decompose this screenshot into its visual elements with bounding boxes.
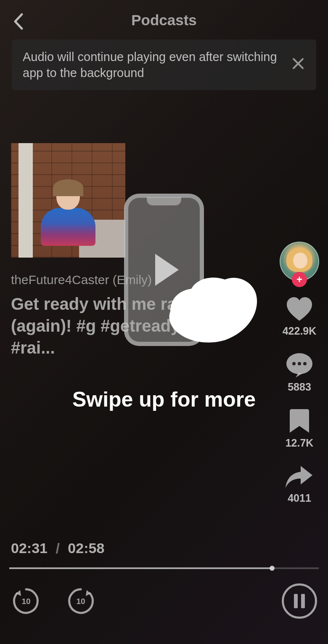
progress-bar[interactable] — [9, 567, 319, 569]
thumbnail-wall-strip — [19, 143, 33, 258]
header-bar: Podcasts — [0, 8, 328, 33]
follow-button[interactable]: + — [292, 272, 307, 287]
forward-10-button[interactable]: 10 — [66, 586, 96, 616]
video-thumbnail[interactable] — [11, 143, 125, 258]
toast-message: Audio will continue playing even after s… — [23, 49, 283, 81]
like-count: 422.9K — [283, 325, 317, 337]
pause-icon — [294, 594, 298, 608]
back-button[interactable] — [13, 13, 24, 32]
forward-seconds-label: 10 — [76, 597, 85, 606]
close-icon — [292, 57, 304, 70]
swipe-guide-overlay — [124, 194, 204, 346]
share-button[interactable]: 4011 — [285, 464, 314, 504]
time-separator: / — [56, 540, 59, 556]
page-title: Podcasts — [0, 12, 328, 29]
svg-point-2 — [298, 362, 301, 365]
svg-point-3 — [303, 362, 307, 365]
thumbnail-person — [37, 182, 100, 258]
rewind-10-button[interactable]: 10 — [11, 586, 41, 616]
share-icon — [285, 464, 314, 490]
creator-avatar-wrap[interactable]: + — [280, 242, 319, 281]
swipe-instruction: Swipe up for more — [0, 387, 328, 412]
progress-knob[interactable] — [270, 566, 275, 571]
bookmark-button[interactable]: 12.7K — [286, 408, 314, 449]
toast-close-button[interactable] — [292, 57, 304, 72]
bookmark-icon — [289, 408, 310, 434]
total-time: 02:58 — [68, 540, 104, 556]
like-button[interactable]: 422.9K — [283, 296, 317, 337]
plus-icon: + — [296, 274, 302, 285]
heart-icon — [285, 296, 314, 322]
current-time: 02:31 — [11, 540, 48, 556]
progress-fill — [9, 567, 272, 569]
playback-time: 02:31 / 02:58 — [11, 540, 104, 556]
pause-button[interactable] — [282, 583, 317, 619]
hand-icon — [166, 274, 259, 345]
background-audio-toast: Audio will continue playing even after s… — [12, 40, 316, 90]
comment-icon — [286, 352, 313, 378]
playback-controls: 10 10 — [11, 583, 317, 619]
share-count: 4011 — [288, 492, 311, 504]
rewind-seconds-label: 10 — [21, 597, 30, 606]
svg-point-1 — [292, 362, 296, 365]
action-sidebar: + 422.9K 5883 12.7K 4011 — [278, 242, 320, 504]
bookmark-count: 12.7K — [286, 437, 314, 449]
chevron-left-icon — [13, 13, 24, 30]
